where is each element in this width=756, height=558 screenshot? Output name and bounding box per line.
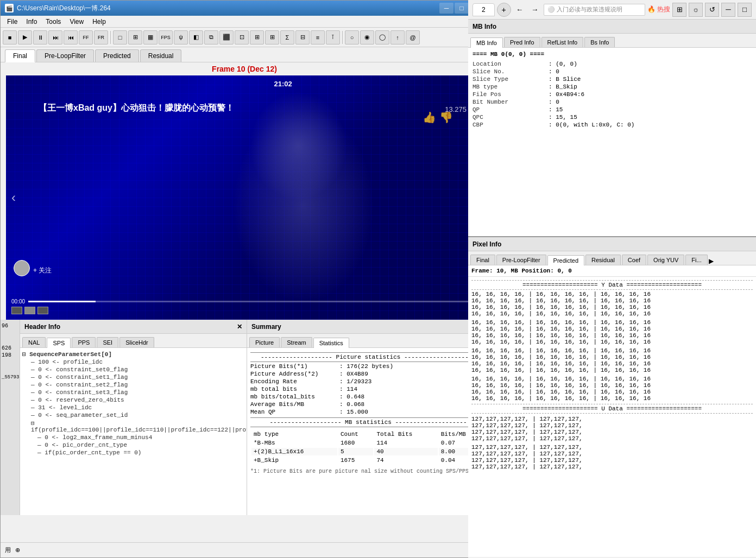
circle-btn-3[interactable]: ◯ (375, 30, 389, 45)
play-button[interactable]: ▶ (18, 30, 32, 45)
u-row-3: 127,127,127,127, | 127,127,127, (471, 435, 753, 442)
view-btn-10[interactable]: ⊟ (295, 30, 310, 45)
bottom-status-bar: 用 ⊕ (1, 542, 489, 557)
view-btn-7[interactable]: ⊡ (235, 30, 249, 45)
fast-forward-button[interactable]: FF (79, 30, 93, 45)
browser-minimize[interactable]: ─ (721, 3, 735, 17)
browser-back-btn[interactable]: ← (513, 3, 526, 16)
pixel-data-area[interactable]: ===================== Y Data ===========… (468, 277, 756, 558)
prev-arrow[interactable]: ‹ (11, 190, 16, 205)
browser-maximize[interactable]: □ (738, 3, 752, 17)
pixel-tab-residual[interactable]: Residual (585, 255, 621, 265)
tree-item-7: — 31 <- level_idc (22, 404, 244, 411)
circle-btn-2[interactable]: ◉ (360, 30, 374, 45)
browser-tab-1[interactable]: 2 (472, 3, 495, 16)
view-btn-4[interactable]: ◧ (189, 30, 203, 45)
tab-sei[interactable]: SEI (97, 337, 118, 347)
menu-info[interactable]: Info (22, 17, 41, 27)
tab-pre-loop[interactable]: Pre-LoopFilter (36, 49, 94, 62)
y-row-1: 16, 16, 16, 16, | 16, 16, 16, 16, | 16, … (471, 297, 753, 304)
view-btn-8[interactable]: ⊞ (250, 30, 264, 45)
sigma-btn[interactable]: Σ (280, 30, 294, 45)
tab-residual[interactable]: Residual (140, 49, 182, 62)
stat-row-3: mb total bits : 114 (250, 386, 486, 392)
step-forward-button[interactable]: ⏭ (48, 30, 62, 45)
col-mb-type: mb type (251, 430, 337, 438)
tab-picture[interactable]: Picture (249, 337, 280, 347)
pause-button[interactable]: ⏸ (33, 30, 47, 45)
fast-rewind-button[interactable]: FR (94, 30, 108, 45)
pixel-tab-predicted[interactable]: Predicted (547, 255, 584, 265)
footnote: *1: Picture Bits are pure picture nal si… (250, 468, 486, 474)
y-row-0: 16, 16, 16, 16, | 16, 16, 16, 16, | 16, … (471, 291, 753, 297)
picture-stats-header: -------------------- Picture statistics … (250, 352, 486, 362)
yiq-btn[interactable]: ψ (174, 30, 188, 45)
status-icon-1[interactable]: 用 (5, 546, 11, 554)
pixel-tab-preloop[interactable]: Pre-LoopFilter (496, 255, 546, 265)
browser-address-bar[interactable]: ⚪ 入门必读与政策违规说明 (544, 4, 645, 16)
tab-statistics[interactable]: Statistics (313, 338, 349, 348)
icon-grid-3[interactable] (37, 307, 48, 314)
view-btn-3[interactable]: ▦ (143, 30, 158, 45)
tree-area[interactable]: ⊟ SequenceParameterSet[0] — 100 <- profi… (20, 348, 247, 478)
menu-help[interactable]: Help (88, 17, 110, 27)
pixel-tab-fi[interactable]: Fi... (685, 255, 707, 265)
progress-track[interactable] (28, 301, 477, 302)
stop-button[interactable]: ■ (3, 30, 17, 45)
tab-final[interactable]: Final (5, 49, 35, 62)
tab-reflist-info[interactable]: RefList Info (541, 37, 584, 47)
tree-root: ⊟ SequenceParameterSet[0] (22, 350, 244, 358)
tab-nal[interactable]: NAL (22, 337, 46, 347)
y-row-8: 16, 16, 16, 16, | 16, 16, 16, 16, | 16, … (471, 347, 753, 354)
icon-grid-2[interactable] (24, 307, 35, 314)
grid-view-btn[interactable]: ⊞ (672, 3, 686, 17)
at-btn[interactable]: @ (406, 30, 420, 45)
icon-grid-1[interactable] (11, 307, 22, 314)
view-btn-1[interactable]: □ (113, 30, 127, 45)
view-btn-6[interactable]: ⬛ (219, 30, 234, 45)
header-info-close[interactable]: ✕ (237, 323, 242, 331)
maximize-button[interactable]: □ (455, 3, 469, 14)
left-number-strip: 96 626 198 _55793... (1, 320, 20, 515)
mb-row-mb-type: MB type : B_Skip (472, 84, 752, 90)
tab-bs-info[interactable]: Bs Info (584, 37, 615, 47)
dislike-icon[interactable]: 👎 (439, 111, 453, 123)
view-btn-5[interactable]: ⧉ (204, 30, 218, 45)
pixel-tab-orig-yuv[interactable]: Orig YUV (647, 255, 684, 265)
right-panels: 2 + ← → ⚪ 入门必读与政策违规说明 🔥 热搜 ⊞ ☼ ↺ ─ □ MB … (468, 0, 756, 558)
view-btn-12[interactable]: ⊺ (326, 30, 340, 45)
u-row-0: 127,127,127,127, | 127,127,127, (471, 416, 753, 422)
browser-forward-btn[interactable]: → (528, 3, 541, 16)
mb-row-bit-number: Bit Number : 0 (472, 99, 752, 105)
pixel-scroll-right[interactable]: ▶ (709, 257, 714, 265)
fps-btn[interactable]: FPS (159, 30, 173, 45)
step-back-button[interactable]: ⏮ (64, 30, 78, 45)
view-btn-11[interactable]: ≡ (311, 30, 325, 45)
menu-file[interactable]: File (3, 17, 22, 27)
brightness-btn[interactable]: ☼ (689, 3, 703, 17)
view-btn-9[interactable]: ⊞ (265, 30, 279, 45)
menu-bar: File Info Tools View Help (1, 16, 488, 28)
refresh-btn[interactable]: ↺ (705, 3, 719, 17)
tab-pps[interactable]: PPS (72, 337, 96, 347)
arrow-up-btn[interactable]: ↑ (390, 30, 405, 45)
like-icon[interactable]: 👍 (423, 111, 436, 123)
tab-slicehdr[interactable]: SliceHdr (119, 337, 154, 347)
view-btn-2[interactable]: ⊞ (128, 30, 142, 45)
tab-mb-info[interactable]: MB Info (470, 37, 503, 48)
status-icon-2[interactable]: ⊕ (15, 547, 20, 554)
tab-predicted[interactable]: Predicted (95, 49, 139, 62)
minimize-button[interactable]: ─ (439, 3, 453, 14)
circle-btn-1[interactable]: ○ (345, 30, 359, 45)
pixel-tab-coef[interactable]: Coef (622, 255, 646, 265)
tab-sps[interactable]: SPS (47, 338, 71, 348)
menu-view[interactable]: View (65, 17, 88, 27)
tab-pred-info[interactable]: Pred Info (504, 37, 540, 47)
new-tab-button[interactable]: + (497, 3, 511, 17)
tab-stream[interactable]: Stream (281, 337, 312, 347)
pixel-tab-final[interactable]: Final (470, 255, 495, 265)
u-row-1: 127,127,127,127, | 127,127,127, (471, 422, 753, 429)
mb-info-panel: MB Info MB Info Pred Info RefList Info B… (468, 20, 756, 237)
follow-label[interactable]: + 关注 (33, 266, 52, 275)
menu-tools[interactable]: Tools (41, 17, 65, 27)
